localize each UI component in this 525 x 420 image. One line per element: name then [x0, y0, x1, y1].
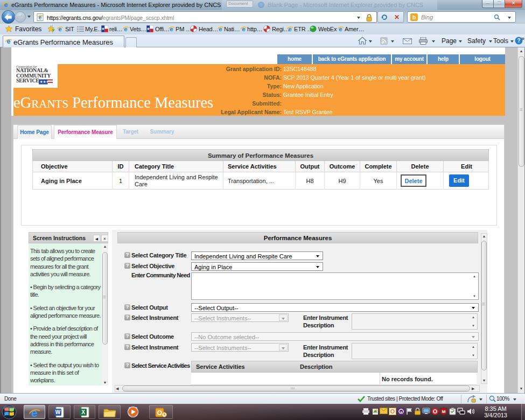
- svg-text:X: X: [81, 409, 85, 415]
- svg-text:?: ?: [517, 38, 520, 44]
- svg-text:e: e: [124, 25, 128, 32]
- svg-text:M: M: [442, 409, 445, 414]
- svg-text:e: e: [58, 25, 62, 32]
- svg-text:e: e: [170, 25, 173, 32]
- svg-text:★: ★: [101, 26, 105, 31]
- svg-text:e: e: [31, 407, 38, 418]
- svg-text:e: e: [219, 25, 222, 32]
- svg-text:e: e: [6, 38, 10, 45]
- svg-text:O: O: [157, 409, 162, 417]
- svg-text:e: e: [242, 25, 246, 32]
- svg-text:e: e: [39, 14, 42, 20]
- svg-text:e: e: [339, 25, 342, 32]
- svg-text:e: e: [4, 1, 8, 9]
- svg-text:O: O: [390, 408, 395, 415]
- svg-text:★: ★: [146, 26, 150, 31]
- svg-text:e: e: [288, 25, 292, 32]
- svg-text:W: W: [55, 409, 61, 415]
